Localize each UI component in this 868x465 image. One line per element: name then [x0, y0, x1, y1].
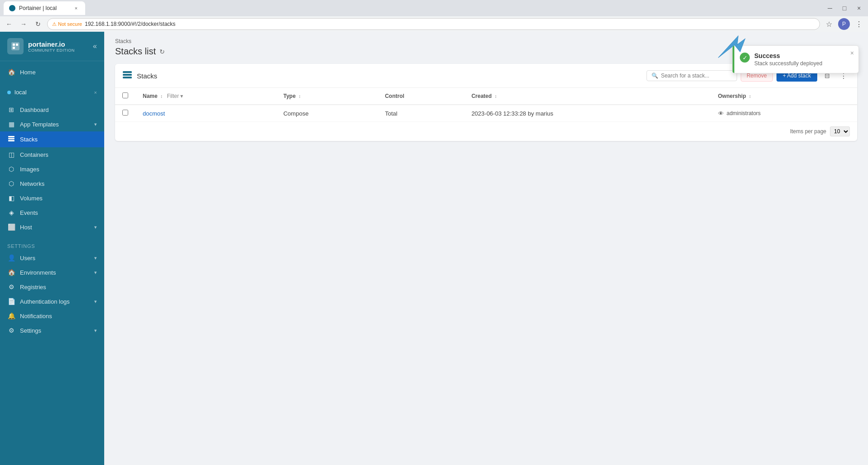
svg-rect-7 — [123, 71, 132, 73]
sidebar-containers-label: Containers — [20, 151, 48, 158]
row-control-cell: Total — [378, 105, 464, 122]
svg-rect-8 — [123, 74, 132, 76]
col-header-ownership[interactable]: Ownership ↕ — [711, 88, 857, 105]
svg-rect-4 — [8, 136, 14, 137]
notifications-icon: 🔔 — [7, 312, 15, 320]
sidebar-item-auth-logs[interactable]: 📄 Authentication logs ▾ — [0, 294, 104, 309]
sidebar: portainer.io Community Edition « 🏠 Home … — [0, 32, 104, 465]
toast-close-button[interactable]: × — [850, 49, 854, 57]
items-per-page-section: Items per page 10 25 50 — [115, 122, 857, 141]
sidebar-environments-label: Environments — [20, 269, 56, 276]
sidebar-item-settings[interactable]: ⚙ Settings ▾ — [0, 323, 104, 338]
sidebar-notifications-label: Notifications — [20, 313, 52, 320]
browser-tab[interactable]: Portainer | local × — [4, 1, 85, 15]
address-bar[interactable]: ⚠ Not secure 192.168.1.18:9000/#!/2/dock… — [47, 18, 820, 30]
col-control-label: Control — [385, 93, 405, 99]
created-sort-icon: ↕ — [495, 94, 497, 99]
col-header-type[interactable]: Type ↕ — [276, 88, 377, 105]
items-per-page-select[interactable]: 10 25 50 — [830, 126, 850, 136]
sidebar-collapse-button[interactable]: « — [93, 42, 97, 50]
browser-menu-button[interactable]: ⋮ — [854, 19, 864, 29]
svg-rect-2 — [16, 44, 18, 46]
stacks-table: Name ↕ Filter ▾ Type ↕ Control — [115, 88, 857, 122]
search-wrap[interactable]: 🔍 — [646, 70, 737, 81]
toast-notification: ✓ Success Stack successfully deployed × — [732, 45, 859, 73]
sidebar-registries-label: Registries — [20, 284, 46, 291]
brand-name: portainer.io — [28, 40, 75, 48]
tab-close-button[interactable]: × — [72, 5, 80, 12]
sidebar-networks-label: Networks — [20, 180, 44, 187]
containers-icon: ◫ — [7, 151, 15, 158]
sidebar-item-home[interactable]: 🏠 Home — [0, 65, 104, 79]
settings-chevron-icon: ▾ — [94, 328, 97, 334]
sidebar-item-networks[interactable]: ⬡ Networks — [0, 176, 104, 191]
toast-message: Stack successfully deployed — [754, 60, 822, 67]
registries-icon: ⚙ — [7, 283, 15, 291]
sidebar-item-users[interactable]: 👤 Users ▾ — [0, 251, 104, 265]
refresh-button[interactable]: ↻ — [33, 19, 43, 29]
stacks-icon — [7, 135, 15, 144]
brand-edition: Community Edition — [28, 48, 75, 53]
settings-icon: ⚙ — [7, 327, 15, 334]
svg-rect-1 — [13, 44, 15, 46]
env-item-local[interactable]: local × — [4, 86, 101, 99]
col-header-name[interactable]: Name ↕ Filter ▾ — [135, 88, 276, 105]
sidebar-item-images[interactable]: ⬡ Images — [0, 162, 104, 176]
users-chevron-icon: ▾ — [94, 255, 97, 261]
stack-name-link[interactable]: docmost — [143, 110, 165, 117]
sidebar-item-dashboard[interactable]: ⊞ Dashboard — [0, 102, 104, 117]
back-button[interactable]: ← — [4, 19, 14, 29]
col-created-label: Created — [472, 93, 492, 99]
sidebar-item-environments[interactable]: 🏠 Environments ▾ — [0, 265, 104, 280]
stacks-table-wrap: Name ↕ Filter ▾ Type ↕ Control — [115, 88, 857, 141]
sidebar-item-notifications[interactable]: 🔔 Notifications — [0, 309, 104, 323]
toast-accent-bar — [733, 46, 734, 73]
sidebar-item-containers[interactable]: ◫ Containers — [0, 147, 104, 162]
row-name-cell: docmost — [135, 105, 276, 122]
minimize-button[interactable]: ─ — [825, 3, 835, 14]
home-icon: 🏠 — [7, 68, 15, 76]
type-sort-icon: ↕ — [299, 94, 301, 99]
sidebar-stacks-label: Stacks — [20, 136, 38, 143]
svg-rect-0 — [11, 42, 19, 50]
networks-icon: ⬡ — [7, 180, 15, 187]
main-content: Stacks Stacks list ↻ Stacks 🔍 — [104, 32, 868, 465]
bookmark-button[interactable]: ☆ — [824, 19, 834, 29]
env-close-button[interactable]: × — [94, 90, 97, 95]
profile-button[interactable]: P — [838, 18, 850, 30]
table-header-row: Name ↕ Filter ▾ Type ↕ Control — [115, 88, 857, 105]
search-input[interactable] — [661, 73, 732, 79]
select-all-checkbox[interactable] — [122, 92, 128, 98]
env-name: local — [14, 89, 27, 96]
env-section: local × — [0, 83, 104, 102]
tab-title: Portainer | local — [19, 5, 57, 11]
sidebar-volumes-label: Volumes — [20, 195, 43, 202]
browser-titlebar: Portainer | local × ─ □ × — [0, 0, 868, 16]
host-chevron-icon: ▾ — [94, 224, 97, 230]
sidebar-nav: 🏠 Home — [0, 61, 104, 83]
page-refresh-icon[interactable]: ↻ — [159, 48, 165, 55]
dashboard-icon: ⊞ — [7, 106, 15, 113]
app-templates-chevron-icon: ▾ — [94, 121, 97, 127]
ownership-text: administrators — [727, 110, 761, 116]
brand-logo: portainer.io Community Edition — [7, 38, 75, 54]
sidebar-item-host[interactable]: ⬜ Host ▾ — [0, 220, 104, 234]
row-ownership-cell: 👁 administrators — [711, 105, 857, 122]
env-status-dot — [7, 91, 11, 94]
sidebar-item-app-templates[interactable]: ▦ App Templates ▾ — [0, 117, 104, 131]
col-header-created[interactable]: Created ↕ — [464, 88, 711, 105]
close-window-button[interactable]: × — [854, 3, 864, 14]
svg-rect-3 — [13, 47, 15, 49]
sidebar-settings-label: Settings — [20, 327, 41, 334]
sidebar-item-volumes[interactable]: ◧ Volumes — [0, 191, 104, 205]
name-sort-icon: ↕ — [160, 94, 163, 99]
ownership-icon: 👁 — [718, 110, 724, 117]
sidebar-item-registries[interactable]: ⚙ Registries — [0, 280, 104, 294]
filter-button[interactable]: Filter ▾ — [167, 93, 183, 99]
sidebar-item-stacks[interactable]: Stacks — [0, 131, 104, 147]
maximize-button[interactable]: □ — [839, 3, 850, 14]
row-checkbox[interactable] — [122, 110, 128, 116]
toast-content: Success Stack successfully deployed — [754, 52, 822, 67]
sidebar-item-events[interactable]: ◈ Events — [0, 205, 104, 220]
forward-button[interactable]: → — [18, 19, 29, 29]
